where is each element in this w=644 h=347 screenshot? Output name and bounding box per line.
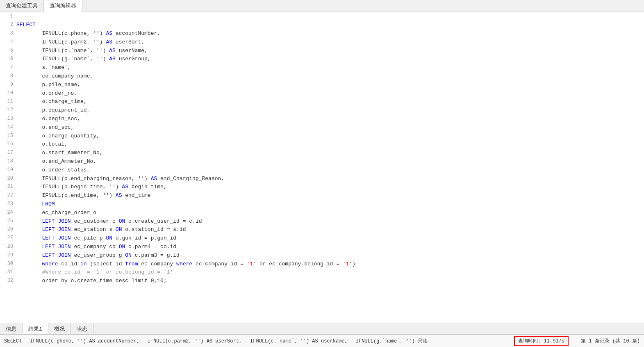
code-row: 15 o.charge_quantity, [0,132,644,141]
code-row: 28 LEFT JOIN ec_company co ON c.parm4 = … [0,243,644,251]
code-row: 29 LEFT JOIN ec_user_group g ON c.parm3 … [0,251,644,260]
code-row: 21 IFNULL(o.begin_time, '') AS begin_tim… [0,183,644,192]
line-number: 18 [0,158,15,166]
code-line[interactable] [15,13,644,21]
line-number: 21 [0,183,15,192]
code-row: 4 IFNULL(c.parm2, '') AS userSort, [0,38,644,47]
bottom-tab-result1[interactable]: 结果1 [23,323,48,334]
line-number: 4 [0,38,15,47]
code-line[interactable]: o.order_status, [15,166,644,175]
line-number: 6 [0,55,15,64]
code-line[interactable]: #Where co.id = '1' or co.belong_id = '1' [15,268,644,277]
status-col1: IFNULL(c.phone, '') AS accountNumber, [30,338,139,344]
code-row: 7 s.`name`, [0,64,644,72]
code-row: 25 LEFT JOIN ec_customer c ON o.create_u… [0,217,644,226]
line-number: 32 [0,277,15,285]
code-row: 5 IFNULL(c.`name`, '') AS userName, [0,47,644,55]
line-number: 28 [0,243,15,251]
code-line[interactable]: o.end_Ammeter_No, [15,158,644,166]
code-line[interactable]: order by o.create_time desc limit 0,10; [15,277,644,285]
code-line[interactable]: IFNULL(o.end_charging_reason, '') AS end… [15,175,644,183]
line-number: 16 [0,140,15,149]
bottom-tab-status[interactable]: 状态 [71,323,93,334]
code-line[interactable]: co.company_name, [15,72,644,81]
line-number: 24 [0,209,15,217]
code-line[interactable]: where co.id in (select id from ec_compan… [15,260,644,269]
code-line[interactable]: SELECT [15,21,644,30]
code-line[interactable]: o.end_soc, [15,123,644,132]
line-number: 22 [0,192,15,200]
code-line[interactable]: FROM [15,200,644,209]
tab-query-editor[interactable]: 查询编辑器 [44,0,82,11]
status-col2: IFNULL(c.parm2, '') AS userSort, [148,338,242,344]
line-number: 7 [0,64,15,72]
line-number: 17 [0,149,15,158]
code-line[interactable]: IFNULL(c.parm2, '') AS userSort, [15,38,644,47]
code-row: 23 FROM [0,200,644,209]
code-line[interactable]: LEFT JOIN ec_station s ON o.station_id =… [15,226,644,234]
bottom-tab-info[interactable]: 信息 [0,323,23,334]
code-line[interactable]: LEFT JOIN ec_company co ON c.parm4 = co.… [15,243,644,251]
code-line[interactable]: ec_charge_order o [15,209,644,217]
code-row: 22 IFNULL(o.end_time, '') AS end_time [0,192,644,200]
code-line[interactable]: LEFT JOIN ec_pile p ON o.gun_id = p.gun_… [15,234,644,243]
editor-area[interactable]: 12SELECT3 IFNULL(c.phone, '') AS account… [0,11,644,323]
line-number: 3 [0,30,15,38]
code-row: 17 o.start_Ammeter_No, [0,149,644,158]
code-row: 8 co.company_name, [0,72,644,81]
code-line[interactable]: LEFT JOIN ec_customer c ON o.create_user… [15,217,644,226]
code-row: 32 order by o.create_time desc limit 0,1… [0,277,644,285]
line-number: 11 [0,98,15,106]
code-line[interactable]: LEFT JOIN ec_user_group g ON c.parm3 = g… [15,251,644,260]
code-row: 20 IFNULL(o.end_charging_reason, '') AS … [0,175,644,183]
code-row: 16 o.total, [0,140,644,149]
code-row: 19 o.order_status, [0,166,644,175]
line-number: 15 [0,132,15,141]
code-line[interactable]: s.`name`, [15,64,644,72]
code-row: 24 ec_charge_order o [0,209,644,217]
code-row: 2SELECT [0,21,644,30]
code-line[interactable]: o.begin_soc, [15,115,644,123]
code-row: 14 o.end_soc, [0,123,644,132]
code-line[interactable]: IFNULL(g.`name`, '') AS userGroup, [15,55,644,64]
code-table: 12SELECT3 IFNULL(c.phone, '') AS account… [0,13,644,285]
line-number: 8 [0,72,15,81]
code-row: 6 IFNULL(g.`name`, '') AS userGroup, [0,55,644,64]
status-select: SELECT [4,338,22,344]
code-row: 12 p.equipment_id, [0,106,644,115]
code-line[interactable]: o.total, [15,140,644,149]
bottom-panel: 信息 结果1 概况 状态 SELECT IFNULL(c.phone, '') … [0,323,644,347]
code-row: 13 o.begin_soc, [0,115,644,123]
code-row: 26 LEFT JOIN ec_station s ON o.station_i… [0,226,644,234]
code-line[interactable]: p.equipment_id, [15,106,644,115]
status-bar: SELECT IFNULL(c.phone, '') AS accountNum… [0,335,644,347]
code-line[interactable]: IFNULL(c.`name`, '') AS userName, [15,47,644,55]
code-line[interactable]: p.pile_name, [15,81,644,89]
line-number: 13 [0,115,15,123]
query-time-box: 查询时间: 11.917s [514,336,569,346]
code-row: 27 LEFT JOIN ec_pile p ON o.gun_id = p.g… [0,234,644,243]
line-number: 14 [0,123,15,132]
line-number: 29 [0,251,15,260]
code-line[interactable]: o.order_no, [15,89,644,98]
code-line[interactable]: IFNULL(o.end_time, '') AS end_time [15,192,644,200]
line-number: 9 [0,81,15,89]
code-line[interactable]: IFNULL(o.begin_time, '') AS begin_time, [15,183,644,192]
line-number: 12 [0,106,15,115]
code-row: 30 where co.id in (select id from ec_com… [0,260,644,269]
tab-bar: 查询创建工具 查询编辑器 [0,0,644,11]
code-row: 10 o.order_no, [0,89,644,98]
code-line[interactable]: o.charge_quantity, [15,132,644,141]
line-number: 23 [0,200,15,209]
line-number: 10 [0,89,15,98]
bottom-tab-overview[interactable]: 概况 [48,323,71,334]
line-number: 26 [0,226,15,234]
record-info: 第 1 条记录 (共 10 条) [581,338,640,345]
tab-query-builder[interactable]: 查询创建工具 [0,0,44,11]
code-row: 31 #Where co.id = '1' or co.belong_id = … [0,268,644,277]
code-row: 11 o.charge_time, [0,98,644,106]
code-line[interactable]: IFNULL(c.phone, '') AS accountNumber, [15,30,644,38]
code-line[interactable]: o.start_Ammeter_No, [15,149,644,158]
code-line[interactable]: o.charge_time, [15,98,644,106]
status-col4: IFNULL(g.`name`, '') 只读 [356,338,428,345]
